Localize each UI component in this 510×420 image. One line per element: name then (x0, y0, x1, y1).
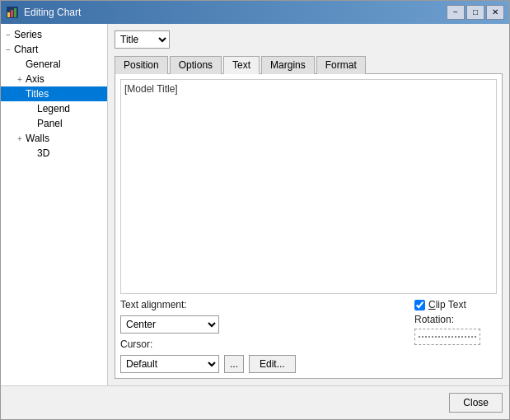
tree-item-chart[interactable]: −Chart (1, 42, 107, 57)
tree-item-general[interactable]: General (1, 57, 107, 72)
svg-rect-3 (14, 8, 16, 17)
tab-position[interactable]: Position (115, 56, 168, 74)
tree-item-axis[interactable]: +Axis (1, 72, 107, 86)
tree-label-3d: 3D (37, 147, 49, 159)
expand-icon-chart: − (4, 45, 12, 54)
tab-margins[interactable]: Margins (261, 56, 315, 74)
clip-text-label: Clip Text (428, 299, 466, 310)
bottom-controls: Text alignment: LeftCenterRight Cursor: … (120, 299, 497, 373)
title-select[interactable]: TitleSubtitleFooter (115, 30, 170, 49)
app-icon (6, 6, 19, 19)
tree-label-chart: Chart (14, 44, 38, 55)
expand-icon-series: − (4, 30, 12, 40)
text-alignment-select-row: LeftCenterRight (120, 315, 405, 334)
tree-item-legend[interactable]: Legend (1, 101, 107, 116)
tree-label-titles: Titles (26, 88, 49, 100)
ellipsis-button[interactable]: ... (224, 355, 244, 373)
svg-rect-1 (7, 12, 10, 17)
clip-text-row: Clip Text (414, 299, 497, 310)
cursor-select[interactable]: DefaultArrowHand (120, 355, 219, 373)
title-bar: Editing Chart − □ ✕ (1, 1, 509, 24)
close-title-button[interactable]: ✕ (486, 5, 504, 20)
text-area[interactable] (120, 79, 497, 294)
tabs-bar: PositionOptionsTextMarginsFormat (115, 55, 503, 74)
tab-text[interactable]: Text (223, 56, 260, 74)
rotation-label: Rotation: (414, 314, 497, 325)
content-area: −Series−ChartGeneral+AxisTitlesLegendPan… (1, 24, 509, 385)
right-panel: TitleSubtitleFooter PositionOptionsTextM… (108, 24, 509, 385)
maximize-button[interactable]: □ (466, 5, 484, 20)
right-controls: Clip Text Rotation: (414, 299, 497, 345)
dotted-line (419, 336, 476, 338)
rotation-dots (415, 329, 480, 344)
tab-content: Text alignment: LeftCenterRight Cursor: … (115, 74, 503, 379)
text-alignment-select[interactable]: LeftCenterRight (120, 315, 219, 334)
tree-panel: −Series−ChartGeneral+AxisTitlesLegendPan… (1, 24, 108, 385)
footer: Close (1, 385, 509, 419)
minimize-button[interactable]: − (447, 5, 465, 20)
svg-rect-2 (11, 10, 13, 17)
cursor-row: DefaultArrowHand ... Edit... (120, 355, 405, 373)
expand-icon-axis: + (16, 75, 24, 84)
tree-item-series[interactable]: −Series (1, 27, 107, 42)
close-button[interactable]: Close (449, 393, 503, 413)
main-window: Editing Chart − □ ✕ −Series−ChartGeneral… (0, 0, 510, 420)
tree-label-walls: Walls (26, 133, 49, 144)
window-title: Editing Chart (24, 7, 447, 18)
clip-text-checkbox[interactable] (414, 300, 425, 310)
tree-label-axis: Axis (26, 73, 44, 85)
edit-button[interactable]: Edit... (249, 355, 296, 373)
tab-format[interactable]: Format (316, 56, 366, 74)
dropdown-row: TitleSubtitleFooter (115, 30, 503, 49)
tree-label-general: General (26, 58, 61, 70)
window-controls: − □ ✕ (447, 5, 504, 20)
cursor-label-row: Cursor: (120, 338, 405, 350)
rotation-box (414, 329, 480, 345)
cursor-label: Cursor: (120, 338, 152, 350)
tree-label-panel: Panel (37, 118, 63, 129)
tab-options[interactable]: Options (170, 56, 222, 74)
tree-item-panel[interactable]: Panel (1, 116, 107, 131)
tree-label-legend: Legend (37, 103, 70, 114)
left-controls: Text alignment: LeftCenterRight Cursor: … (120, 299, 405, 373)
tree-label-series: Series (14, 29, 42, 40)
text-alignment-label: Text alignment: (120, 299, 187, 310)
text-alignment-row: Text alignment: (120, 299, 405, 310)
expand-icon-walls: + (16, 134, 24, 143)
tree-item-walls[interactable]: +Walls (1, 131, 107, 146)
tree-item-titles[interactable]: Titles (1, 86, 107, 101)
tree-item-3d[interactable]: 3D (1, 146, 107, 161)
